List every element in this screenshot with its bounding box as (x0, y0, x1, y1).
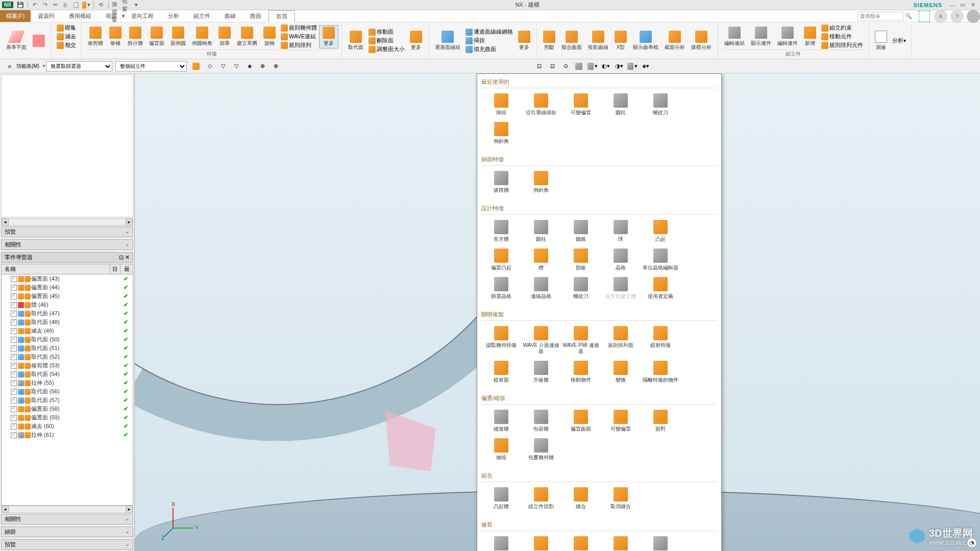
dropdown-item[interactable]: 擷取幾何特徵 (481, 323, 521, 358)
dropdown-item[interactable]: 隔離特徵的物件 (641, 358, 680, 386)
col-recent[interactable]: 最 (120, 264, 133, 274)
sb-view2-icon[interactable]: ⊡ (547, 61, 558, 72)
3d-viewport[interactable]: 最近使用的 掃掠 沿引導線掃掠 可變偏置 圓柱 螺紋刀 倒斜角 細節特徵 拔模體 (135, 73, 980, 551)
tree-checkbox[interactable] (11, 380, 17, 386)
menu-lines-icon[interactable]: ≡ (4, 61, 15, 72)
xform-btn[interactable]: X型 (611, 30, 630, 52)
dropdown-item[interactable]: 取消縫合 (601, 484, 641, 513)
revolve-btn[interactable]: 旋轉 (260, 26, 279, 48)
tree-item[interactable]: 取代面 (50) ✔ (2, 335, 133, 344)
dropdown-item[interactable]: 縮放體 (481, 407, 521, 435)
move-face-btn[interactable]: 移動面 (366, 28, 407, 36)
search-icon[interactable]: 🔍 (904, 12, 913, 20)
edit-comp-btn[interactable]: 編輯連件 (774, 26, 801, 48)
dropdown-item[interactable]: 可變偏置 (561, 90, 601, 119)
bottom-detail[interactable]: 細節⌄ (1, 527, 133, 537)
tree-item[interactable]: 取代面 (48) ✔ (2, 318, 133, 327)
tree-item[interactable]: 拉伸 (55) ✔ (2, 379, 133, 387)
tree-item[interactable]: 偏置面 (43) ✔ (2, 274, 133, 283)
dropdown-item[interactable]: 凸起 (641, 217, 680, 245)
overflow-icon[interactable]: ▾ (132, 1, 140, 9)
dropdown-item[interactable]: 使用者定義 (641, 274, 680, 303)
intersect-btn[interactable]: 相交 (55, 41, 78, 49)
dropdown-item[interactable]: WAVE 介面連接器 (521, 323, 561, 358)
dropdown-item[interactable]: 縫合 (561, 484, 601, 513)
replace-face-btn[interactable]: 取代面 (345, 30, 366, 52)
col-name[interactable]: 名稱 (2, 264, 110, 274)
menu-analyze[interactable]: 分析 (161, 10, 186, 22)
user-icon[interactable] (967, 10, 980, 23)
dropdown-item[interactable]: 變換 (601, 358, 641, 386)
copy-icon[interactable]: ⎘ (62, 1, 70, 9)
sb-view9-icon[interactable]: ◈▾ (640, 61, 651, 72)
menu-reverse[interactable]: 逆向工程 (124, 10, 161, 22)
dropdown-item[interactable]: 螺紋刀 (641, 90, 680, 119)
dropdown-item[interactable]: 球 (601, 217, 641, 245)
dropdown-item[interactable]: 倒斜角 (481, 119, 521, 147)
tree-checkbox[interactable] (11, 371, 17, 378)
menu-assembly[interactable]: 組立件 (186, 10, 217, 22)
pattern-btn[interactable]: 規則排列 (279, 41, 319, 49)
section-analyze-btn[interactable]: 截面分析 (662, 30, 688, 52)
dropdown-item[interactable]: 包覆幾何體 (521, 435, 561, 464)
dropdown-item[interactable]: 拔模體 (481, 168, 521, 196)
save-icon[interactable]: 💾 (16, 1, 24, 9)
help-icon[interactable]: ? (950, 10, 964, 23)
tree-checkbox[interactable] (11, 354, 17, 360)
delete-face-btn[interactable]: 刪除面 (366, 36, 407, 45)
sb-tool6-icon[interactable]: ⊕ (271, 61, 282, 72)
dropdown-item[interactable]: 修剪薄殼體 (481, 533, 521, 551)
dropdown-item[interactable]: 延伸薄殼體 (641, 533, 680, 551)
pattern-comp-btn[interactable]: 規則排列元件 (819, 41, 865, 49)
scope-select[interactable]: 整個組立件 (115, 61, 187, 71)
h-scrollbar-tree[interactable]: ◄► (1, 506, 133, 513)
dropdown-item[interactable]: 面對 (641, 407, 680, 435)
sketch-btn[interactable] (30, 34, 48, 48)
dropdown-item[interactable]: 刪除邊 (521, 533, 561, 551)
file-menu[interactable]: 檔案(F) (0, 10, 31, 22)
tree-checkbox[interactable] (11, 345, 17, 352)
dropdown-item[interactable]: 鏡射特徵 (641, 323, 680, 358)
sb-tool5-icon[interactable]: ⊕ (257, 61, 268, 72)
sb-view8-icon[interactable]: ▾ (627, 61, 638, 72)
bottom-preview[interactable]: 預覽⌄ (1, 539, 133, 550)
sb-view5-icon[interactable]: ▾ (587, 61, 598, 72)
tree-item[interactable]: 偏置面 (44) ✔ (2, 283, 133, 292)
dropdown-item[interactable]: WAVE PMI 連接器 (561, 323, 601, 358)
tree-item[interactable]: 取代面 (56) ✔ (2, 387, 133, 396)
more-feature-btn[interactable]: 更多 (319, 25, 338, 48)
sb-tool3-icon[interactable]: ▽ (231, 61, 242, 72)
col-visible[interactable]: 目 (110, 264, 120, 274)
datum-plane-btn[interactable]: 基準平面 (3, 30, 30, 52)
tree-checkbox[interactable] (11, 276, 17, 282)
menu-home[interactable]: 首頁 (268, 10, 295, 22)
project-curve-btn[interactable]: 投影曲線 (585, 30, 611, 52)
edge-blend-btn[interactable]: 倒圓轉角 (189, 26, 215, 48)
curvature-btn[interactable]: 顯示曲率梳 (630, 30, 662, 52)
more-sync-btn[interactable]: 更多 (407, 30, 425, 52)
minimize-icon[interactable]: — (947, 1, 958, 9)
subtract-btn[interactable]: 減去 (55, 32, 78, 41)
dropdown-item[interactable]: 規則排列面 (601, 323, 641, 358)
dropdown-item[interactable]: 單位晶格編輯器 (641, 245, 680, 274)
refresh-icon[interactable]: ⟲ (97, 1, 105, 9)
dropdown-item[interactable]: 偏置曲面 (561, 407, 601, 435)
face-blend-btn[interactable]: 面倒圓 (167, 26, 189, 48)
paste-icon[interactable]: 📋 (72, 1, 80, 9)
sb-tool1-icon[interactable]: ◇ (204, 61, 215, 72)
redo-icon[interactable]: ↷ (41, 1, 50, 9)
fit-surf-btn[interactable]: 擬合曲面 (558, 30, 585, 52)
dropdown-item[interactable]: 修剪和延伸 (601, 533, 641, 551)
patch-btn[interactable]: 修補 (106, 26, 125, 48)
sweep-surf-btn[interactable]: 掃掠 (463, 36, 515, 45)
search-input[interactable] (857, 12, 903, 21)
dropdown-item[interactable]: 倒斜角 (521, 168, 561, 196)
switch-window-btn[interactable]: ⊞ 切換視窗 (112, 1, 120, 9)
dropdown-item[interactable]: 組立件切割 (521, 484, 561, 513)
tree-checkbox[interactable] (11, 302, 17, 308)
edit-link-btn[interactable]: 編輯連結 (721, 26, 748, 48)
more-surf-btn[interactable]: 更多 (515, 30, 533, 52)
related-section[interactable]: 相關性⌄ (1, 239, 133, 250)
draft-analyze-btn[interactable]: 拔模分析 (688, 30, 715, 52)
dropdown-item[interactable]: 抽殼 (481, 435, 521, 464)
